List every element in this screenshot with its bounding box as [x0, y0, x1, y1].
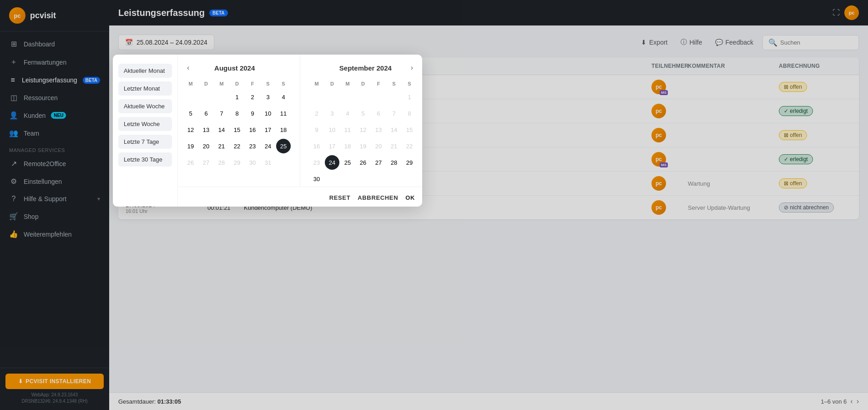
aug-day-2[interactable]: 2 [245, 90, 260, 104]
aug-day-5[interactable]: 5 [183, 106, 198, 121]
calendar-divider [300, 55, 300, 187]
aug-day-25[interactable]: 25 [276, 139, 291, 153]
sep-day-29[interactable]: 29 [402, 155, 417, 170]
sep-day-19[interactable]: 19 [356, 139, 370, 153]
sep-day-27[interactable]: 27 [371, 155, 386, 170]
sep-day-17[interactable]: 17 [325, 139, 339, 153]
sep-day-10[interactable]: 10 [325, 122, 339, 137]
sep-day-24[interactable]: 24 [325, 155, 339, 170]
sep-day-18[interactable]: 18 [340, 139, 355, 153]
preset-aktueller-monat[interactable]: Aktueller Monat [118, 64, 172, 78]
sep-day-30[interactable]: 30 [309, 172, 324, 186]
aug-day-19[interactable]: 19 [183, 139, 198, 153]
september-grid: M D M D F S S 1 2 3 [309, 79, 417, 187]
sep-day-25[interactable]: 25 [340, 155, 355, 170]
sep-day-14[interactable]: 14 [387, 122, 401, 137]
ok-button[interactable]: OK [405, 194, 415, 201]
sep-day-13[interactable]: 13 [371, 122, 386, 137]
sep-day-23[interactable]: 23 [309, 155, 324, 170]
aug-day-9[interactable]: 9 [245, 106, 260, 121]
preset-letzte-7-tage[interactable]: Letzte 7 Tage [118, 135, 172, 149]
preset-aktuelle-woche[interactable]: Aktuelle Woche [118, 99, 172, 113]
sep-day-4[interactable]: 4 [340, 106, 355, 121]
aug-day-3[interactable]: 3 [261, 90, 275, 104]
aug-day-20[interactable]: 20 [199, 139, 213, 153]
september-title: September 2024 [322, 64, 409, 72]
aug-day-24[interactable]: 24 [261, 139, 275, 153]
preset-letzter-monat[interactable]: Letzter Monat [118, 81, 172, 96]
aug-day-27[interactable]: 27 [199, 155, 213, 170]
september-calendar: September 2024 › M D M D F S S [304, 55, 422, 187]
aug-day-12[interactable]: 12 [183, 122, 198, 137]
aug-day-10[interactable]: 10 [261, 106, 275, 121]
sep-day-1[interactable]: 1 [402, 90, 417, 104]
sep-day-7[interactable]: 7 [387, 106, 401, 121]
aug-day-23[interactable]: 23 [245, 139, 260, 153]
reset-button[interactable]: RESET [329, 194, 351, 201]
calendar-popup: Aktueller Monat Letzter Monat Aktuelle W… [113, 55, 422, 207]
cancel-button[interactable]: ABBRECHEN [358, 194, 398, 201]
aug-day-1[interactable]: 1 [230, 90, 244, 104]
sep-day-26[interactable]: 26 [356, 155, 370, 170]
sep-day-16[interactable]: 16 [309, 139, 324, 153]
aug-day-6[interactable]: 6 [199, 106, 213, 121]
prev-month-button[interactable]: ‹ [185, 62, 191, 74]
aug-day-13[interactable]: 13 [199, 122, 213, 137]
calendar-presets: Aktueller Monat Letzter Monat Aktuelle W… [113, 55, 178, 207]
aug-day-29[interactable]: 29 [230, 155, 244, 170]
sep-day-22[interactable]: 22 [402, 139, 417, 153]
preset-letzte-30-tage[interactable]: Letzte 30 Tage [118, 152, 172, 167]
aug-day-26[interactable]: 26 [183, 155, 198, 170]
sep-day-28[interactable]: 28 [387, 155, 401, 170]
next-month-button[interactable]: › [409, 62, 415, 74]
sep-day-5[interactable]: 5 [356, 106, 370, 121]
aug-day-7[interactable]: 7 [214, 106, 229, 121]
sep-day-12[interactable]: 12 [356, 122, 370, 137]
aug-day-11[interactable]: 11 [276, 106, 291, 121]
september-header: September 2024 › [309, 62, 417, 74]
aug-day-30[interactable]: 30 [245, 155, 260, 170]
calendar-footer: RESET ABBRECHEN OK [178, 187, 422, 207]
preset-letzte-woche[interactable]: Letzte Woche [118, 117, 172, 131]
august-header: ‹ August 2024 [183, 62, 291, 74]
sep-day-11[interactable]: 11 [340, 122, 355, 137]
sep-day-20[interactable]: 20 [371, 139, 386, 153]
aug-day-15[interactable]: 15 [230, 122, 244, 137]
august-grid: M D M D F S S 1 2 3 4 5 6 [183, 79, 291, 170]
sep-day-8[interactable]: 8 [402, 106, 417, 121]
august-calendar: ‹ August 2024 M D M D F S S 1 [178, 55, 296, 187]
aug-day-8[interactable]: 8 [230, 106, 244, 121]
aug-day-28[interactable]: 28 [214, 155, 229, 170]
sep-day-3[interactable]: 3 [325, 106, 339, 121]
august-title: August 2024 [191, 64, 278, 72]
sep-day-2[interactable]: 2 [309, 106, 324, 121]
sep-day-21[interactable]: 21 [387, 139, 401, 153]
aug-day-17[interactable]: 17 [261, 122, 275, 137]
aug-day-31[interactable]: 31 [261, 155, 275, 170]
aug-day-22[interactable]: 22 [230, 139, 244, 153]
aug-day-14[interactable]: 14 [214, 122, 229, 137]
aug-day-18[interactable]: 18 [276, 122, 291, 137]
aug-day-21[interactable]: 21 [214, 139, 229, 153]
calendar-months: ‹ August 2024 M D M D F S S 1 [178, 55, 422, 187]
sep-day-6[interactable]: 6 [371, 106, 386, 121]
calendar-main: ‹ August 2024 M D M D F S S 1 [178, 55, 422, 207]
aug-day-16[interactable]: 16 [245, 122, 260, 137]
sep-day-15[interactable]: 15 [402, 122, 417, 137]
aug-day-4[interactable]: 4 [276, 90, 291, 104]
sep-day-9[interactable]: 9 [309, 122, 324, 137]
